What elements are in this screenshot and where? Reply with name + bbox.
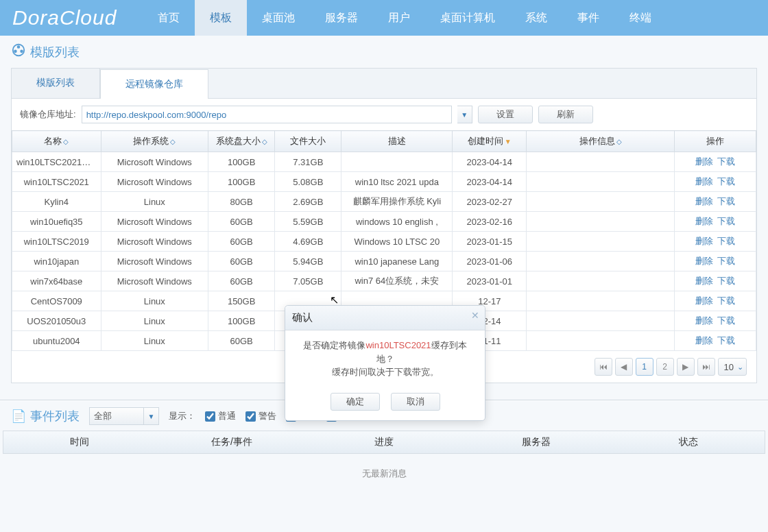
table-row[interactable]: Kylin4Linux80GB2.69GB麒麟军用操作系统 Kyli2023-0…	[12, 192, 756, 212]
download-link[interactable]: 下载	[717, 176, 735, 186]
delete-link[interactable]: 删除	[695, 335, 713, 346]
table-row[interactable]: win10LTSC2021Microsoft Windows100GB5.08G…	[12, 172, 756, 192]
page-first[interactable]: ⏮	[595, 358, 612, 376]
panel-title: 模版列表	[30, 44, 80, 60]
download-link[interactable]: 下载	[717, 295, 735, 306]
chk-normal-input[interactable]	[205, 411, 215, 422]
cell-os: Linux	[101, 311, 208, 331]
ok-button[interactable]: 确定	[331, 393, 380, 411]
col-op-info[interactable]: 操作信息◇	[527, 131, 675, 152]
nav-desktop-computers[interactable]: 桌面计算机	[425, 0, 510, 36]
table-row[interactable]: win10LTSC2021GPUMicrosoft Windows100GB7.…	[12, 152, 756, 172]
download-link[interactable]: 下载	[717, 236, 735, 246]
cell-file: 5.08GB	[275, 172, 341, 192]
cell-disk: 60GB	[208, 271, 275, 291]
col-os[interactable]: 操作系统◇	[101, 131, 208, 152]
table-row[interactable]: win10uefiq35Microsoft Windows60GB5.59GBw…	[12, 212, 756, 232]
tab-remote-repo[interactable]: 远程镜像仓库	[100, 69, 208, 99]
download-link[interactable]: 下载	[717, 156, 735, 167]
delete-link[interactable]: 删除	[695, 256, 713, 266]
dialog-image-name: win10LTSC2021	[365, 340, 431, 350]
delete-link[interactable]: 删除	[695, 315, 713, 326]
sort-icon[interactable]: ◇	[63, 138, 69, 145]
cell-disk: 60GB	[208, 232, 275, 252]
sort-desc-icon[interactable]: ▼	[505, 138, 512, 145]
cell-desc: windows 10 english ,	[341, 212, 453, 232]
cell-name: win10LTSC2021GPU	[12, 152, 101, 172]
cell-name: win10LTSC2019	[12, 232, 101, 252]
download-link[interactable]: 下载	[717, 216, 735, 226]
table-row[interactable]: win10LTSC2019Microsoft Windows60GB4.69GB…	[12, 232, 756, 252]
delete-link[interactable]: 删除	[695, 156, 713, 167]
delete-link[interactable]: 删除	[695, 196, 713, 206]
page-prev[interactable]: ◀	[615, 358, 633, 376]
sort-icon[interactable]: ◇	[262, 138, 267, 145]
col-file-size[interactable]: 文件大小	[275, 131, 341, 152]
delete-link[interactable]: 删除	[695, 176, 713, 186]
col-name[interactable]: 名称◇	[12, 131, 101, 152]
cell-name: win10uefiq35	[12, 212, 101, 232]
cell-name: ubuntu2004	[12, 331, 101, 351]
sort-icon[interactable]: ◇	[616, 138, 622, 145]
tab-template-list[interactable]: 模版列表	[12, 69, 100, 98]
delete-link[interactable]: 删除	[695, 295, 713, 306]
page-size-select[interactable]: 10	[718, 358, 747, 376]
page-last[interactable]: ⏭	[697, 358, 715, 376]
tab-bar: 模版列表 远程镜像仓库	[12, 69, 756, 99]
chk-normal[interactable]: 普通	[205, 410, 236, 422]
nav-system[interactable]: 系统	[510, 0, 562, 36]
cell-ops: 删除下载	[675, 252, 756, 271]
cell-ops: 删除下载	[675, 192, 756, 212]
delete-link[interactable]: 删除	[695, 216, 713, 226]
page-1[interactable]: 1	[636, 358, 653, 376]
close-icon[interactable]: ✕	[471, 310, 479, 321]
nav-terminal[interactable]: 终端	[614, 0, 667, 36]
download-link[interactable]: 下载	[717, 335, 735, 346]
repo-url-dropdown[interactable]: ▼	[457, 106, 472, 123]
chk-warning-input[interactable]	[245, 411, 256, 422]
table-row[interactable]: win7x64baseMicrosoft Windows60GB7.05GBwi…	[12, 271, 756, 291]
cell-created: 2023-04-14	[453, 152, 527, 172]
nav-users[interactable]: 用户	[373, 0, 425, 36]
table-row[interactable]: win10japanMicrosoft Windows60GB5.94GBwin…	[12, 252, 756, 271]
page-2[interactable]: 2	[656, 358, 674, 376]
nav-templates[interactable]: 模板	[195, 0, 247, 36]
download-link[interactable]: 下载	[717, 276, 735, 286]
ev-col-time: 时间	[3, 431, 156, 453]
cell-ops: 删除下载	[675, 232, 756, 252]
cell-created: 2023-01-15	[453, 232, 527, 252]
nav-events[interactable]: 事件	[562, 0, 614, 36]
events-filter-dropdown[interactable]: ▼	[144, 407, 159, 425]
sort-icon[interactable]: ◇	[170, 138, 176, 145]
nav-home[interactable]: 首页	[143, 0, 195, 36]
settings-button[interactable]: 设置	[478, 106, 533, 123]
cell-op-info	[527, 232, 675, 252]
col-desc[interactable]: 描述	[341, 131, 453, 152]
cancel-button[interactable]: 取消	[391, 393, 440, 411]
page-next[interactable]: ▶	[677, 358, 695, 376]
nav-desktop-pool[interactable]: 桌面池	[247, 0, 310, 36]
cell-op-info	[527, 252, 675, 271]
chk-warning[interactable]: 警告	[245, 410, 276, 422]
events-filter-select[interactable]: 全部	[89, 407, 144, 425]
dialog-title: 确认	[292, 311, 313, 323]
cell-os: Linux	[101, 331, 208, 351]
download-link[interactable]: 下载	[717, 315, 735, 326]
delete-link[interactable]: 删除	[695, 276, 713, 286]
cell-name: win10LTSC2021	[12, 172, 101, 192]
cell-op-info	[527, 271, 675, 291]
cell-disk: 150GB	[208, 291, 275, 311]
download-link[interactable]: 下载	[717, 196, 735, 206]
download-link[interactable]: 下载	[717, 256, 735, 266]
delete-link[interactable]: 删除	[695, 236, 713, 246]
col-created[interactable]: 创建时间▼	[453, 131, 527, 152]
show-label: 显示：	[169, 410, 195, 422]
cell-file: 2.69GB	[275, 192, 341, 212]
repo-url-label: 镜像仓库地址:	[20, 108, 76, 121]
refresh-button[interactable]: 刷新	[538, 106, 593, 123]
col-disk-size[interactable]: 系统盘大小◇	[208, 131, 275, 152]
brand-logo: DoraCloud	[0, 6, 129, 29]
repo-url-input[interactable]: http://repo.deskpool.com:9000/repo	[82, 106, 452, 123]
cell-disk: 60GB	[208, 252, 275, 271]
nav-servers[interactable]: 服务器	[310, 0, 373, 36]
